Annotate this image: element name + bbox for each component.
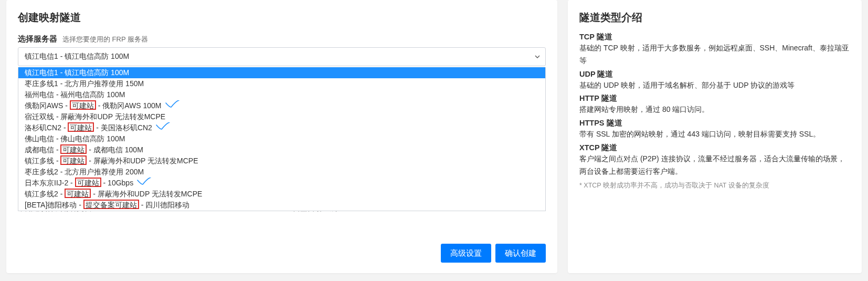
highlight-tag: 提交备案可建站 — [83, 200, 139, 209]
option-suffix: - 10Gbps — [103, 179, 134, 187]
highlight-tag: 可建站 — [70, 100, 96, 110]
confirm-create-button[interactable]: 确认创建 — [495, 244, 546, 263]
tunnel-type-desc: 搭建网站专用映射，通过 80 端口访问。 — [579, 103, 850, 116]
option-prefix: 成都电信 - — [25, 145, 60, 154]
server-option[interactable]: 枣庄多线2 - 北方用户推荐使用 200M — [18, 166, 545, 178]
option-suffix: - 俄勒冈AWS 100M — [98, 101, 162, 110]
server-select-label-row: 选择服务器 选择您要使用的 FRP 服务器 — [18, 34, 546, 44]
tunnel-type-desc: 客户端之间点对点 (P2P) 连接协议，流量不经过服务器，适合大流量传输的场景，… — [579, 153, 850, 178]
option-prefix: 佛山电信 - 佛山电信高防 100M — [25, 134, 125, 143]
server-option[interactable]: 镇江电信1 - 镇江电信高防 100M — [18, 67, 545, 78]
server-select-display[interactable]: 镇江电信1 - 镇江电信高防 100M — [18, 47, 546, 66]
option-prefix: 福州电信 - 福州电信高防 100M — [25, 90, 125, 99]
server-option[interactable]: 枣庄多线1 - 北方用户推荐使用 150M — [18, 78, 545, 89]
checkmark-icon — [165, 100, 179, 111]
tunnel-type-name: XTCP 隧道 — [579, 143, 850, 153]
option-suffix: - 成都电信 100M — [89, 145, 143, 154]
option-prefix: 宿迁双线 - 屏蔽海外和UDP 无法转发MCPE — [25, 112, 165, 121]
action-buttons: 高级设置 确认创建 — [441, 244, 546, 263]
option-suffix: - 四川德阳移动 — [141, 201, 190, 209]
option-prefix: 镇江多线 - — [25, 157, 60, 165]
checkmark-icon — [136, 178, 151, 189]
side-title: 隧道类型介绍 — [579, 11, 850, 25]
option-suffix: - 屏蔽海外和UDP 无法转发MCPE — [89, 157, 198, 165]
option-suffix: - 美国洛杉矶CN2 — [96, 123, 152, 132]
option-suffix: - 屏蔽海外和UDP 无法转发MCPE — [93, 190, 202, 198]
server-select[interactable]: 镇江电信1 - 镇江电信高防 100M 镇江电信1 - 镇江电信高防 100M枣… — [18, 47, 546, 66]
option-prefix: 俄勒冈AWS - — [25, 101, 70, 110]
server-option[interactable]: 洛杉矶CN2 - 可建站 - 美国洛杉矶CN2 — [18, 122, 545, 133]
create-tunnel-panel: 创建映射隧道 选择服务器 选择您要使用的 FRP 服务器 镇江电信1 - 镇江电… — [6, 0, 557, 273]
server-option[interactable]: 日本东京IIJ-2 - 可建站 - 10Gbps — [18, 178, 545, 189]
server-option[interactable]: 福州电信 - 福州电信高防 100M — [18, 89, 545, 100]
tunnel-types-panel: 隧道类型介绍 TCP 隧道基础的 TCP 映射，适用于大多数服务，例如远程桌面、… — [568, 0, 862, 273]
option-prefix: 枣庄多线1 - 北方用户推荐使用 150M — [25, 79, 144, 88]
tunnel-type-desc: 基础的 TCP 映射，适用于大多数服务，例如远程桌面、SSH、Minecraft… — [579, 42, 850, 67]
chevron-down-icon — [535, 54, 540, 59]
option-prefix: [BETA]德阳移动 - — [25, 201, 83, 209]
tunnel-type-name: HTTPS 隧道 — [579, 118, 850, 128]
option-prefix: 镇江多线2 - — [25, 190, 65, 198]
highlight-tag: 可建站 — [68, 122, 94, 132]
tunnel-type-name: TCP 隧道 — [579, 32, 850, 42]
advanced-settings-button[interactable]: 高级设置 — [441, 244, 491, 263]
tunnel-type-name: UDP 隧道 — [579, 69, 850, 79]
server-option[interactable]: 宿迁双线 - 屏蔽海外和UDP 无法转发MCPE — [18, 111, 545, 122]
option-prefix: 枣庄多线2 - 北方用户推荐使用 200M — [25, 168, 144, 176]
server-select-label: 选择服务器 — [18, 34, 57, 44]
highlight-tag: 可建站 — [65, 189, 91, 198]
highlight-tag: 可建站 — [75, 178, 101, 187]
server-option[interactable]: 俄勒冈AWS - 可建站 - 俄勒冈AWS 100M — [18, 100, 545, 111]
server-option[interactable]: 镇江多线 - 可建站 - 屏蔽海外和UDP 无法转发MCPE — [18, 155, 545, 166]
tunnel-type-name: HTTP 隧道 — [579, 93, 850, 103]
panel-title: 创建映射隧道 — [18, 11, 546, 25]
tunnel-type-desc: 基础的 UDP 映射，适用于域名解析、部分基于 UDP 协议的游戏等 — [579, 79, 850, 92]
option-prefix: 镇江电信1 - — [25, 68, 65, 77]
server-option[interactable]: 佛山电信 - 佛山电信高防 100M — [18, 133, 545, 144]
highlight-tag: 可建站 — [60, 155, 87, 165]
server-option[interactable]: 镇江多线2 - 可建站 - 屏蔽海外和UDP 无法转发MCPE — [18, 189, 545, 200]
option-suffix: 镇江电信高防 100M — [65, 68, 129, 77]
highlight-tag: 可建站 — [60, 144, 87, 154]
server-select-value: 镇江电信1 - 镇江电信高防 100M — [25, 52, 129, 61]
server-select-hint: 选择您要使用的 FRP 服务器 — [62, 35, 148, 44]
option-prefix: 洛杉矶CN2 - — [25, 123, 68, 132]
xtcp-note: * XTCP 映射成功率并不高，成功与否取决于 NAT 设备的复杂度 — [579, 181, 850, 190]
server-option[interactable]: [BETA]德阳移动 - 提交备案可建站 - 四川德阳移动 — [18, 200, 545, 211]
tunnel-type-desc: 带有 SSL 加密的网站映射，通过 443 端口访问，映射目标需要支持 SSL。 — [579, 128, 850, 141]
option-prefix: 日本东京IIJ-2 - — [25, 179, 75, 187]
server-option[interactable]: 成都电信 - 可建站 - 成都电信 100M — [18, 144, 545, 155]
checkmark-icon — [155, 122, 170, 133]
server-options-list[interactable]: 镇江电信1 - 镇江电信高防 100M枣庄多线1 - 北方用户推荐使用 150M… — [18, 67, 546, 211]
